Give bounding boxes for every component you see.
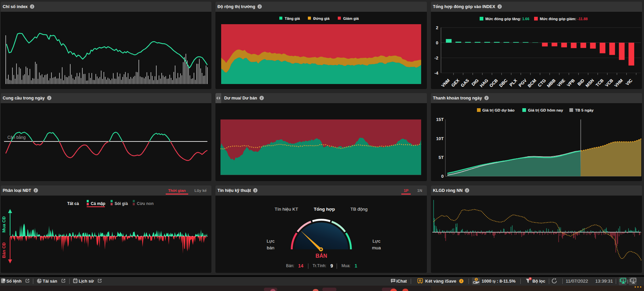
svg-text:VHM: VHM	[613, 78, 624, 88]
svg-text:2: 2	[633, 279, 634, 282]
svg-text:BÁN: BÁN	[316, 253, 327, 259]
svg-text:VIC: VIC	[625, 78, 634, 86]
svg-text:Cá mập: Cá mập	[91, 201, 105, 206]
svg-text:$: $	[476, 278, 477, 281]
svg-text:MBB: MBB	[546, 78, 557, 89]
svg-text:PLX: PLX	[509, 78, 518, 87]
svg-text:Mua CĐ: Mua CĐ	[1, 216, 6, 233]
svg-text:0: 0	[436, 40, 438, 45]
svg-text:GEX: GEX	[450, 78, 460, 88]
svg-text:BCM: BCM	[527, 78, 537, 89]
svg-text:Tín hiệu KT: Tín hiệu KT	[275, 207, 298, 212]
svg-text:VCB: VCB	[604, 78, 614, 88]
svg-text:Lực: Lực	[372, 239, 380, 244]
svg-text:VRE: VRE	[556, 78, 566, 88]
svg-text:DBC: DBC	[498, 78, 509, 88]
svg-text:VPB: VPB	[566, 78, 576, 88]
svg-text:Tất cả: Tất cả	[67, 201, 79, 206]
svg-text:TCB: TCB	[595, 78, 604, 88]
svg-text:OCB: OCB	[488, 78, 499, 88]
svg-text:BID: BID	[576, 78, 585, 87]
svg-text:15T: 15T	[436, 117, 444, 122]
svg-text:Cân bằng: Cân bằng	[7, 135, 26, 140]
svg-text:CTG: CTG	[537, 78, 547, 88]
svg-text:TB 5 ngày: TB 5 ngày	[575, 108, 594, 112]
svg-text:MSN: MSN	[585, 78, 595, 88]
svg-text:0: 0	[441, 174, 444, 179]
svg-text:Bán:: Bán:	[286, 263, 294, 268]
svg-text:Giá trị GD dự báo: Giá trị GD dự báo	[482, 108, 515, 113]
svg-text:DIG: DIG	[471, 78, 480, 87]
svg-text:Cừu non: Cừu non	[137, 201, 154, 206]
svg-text:GAS: GAS	[460, 78, 470, 88]
svg-text:S: S	[419, 280, 421, 282]
svg-text:10T: 10T	[436, 136, 444, 141]
svg-text:Tr.Tính:: Tr.Tính:	[313, 263, 326, 268]
svg-text:Tăng giá: Tăng giá	[285, 16, 300, 20]
svg-text:Giá trị GD hôm nay: Giá trị GD hôm nay	[528, 108, 563, 113]
svg-text:1: 1	[355, 263, 357, 268]
svg-text:mua: mua	[372, 245, 381, 250]
svg-text:bán: bán	[267, 245, 275, 250]
svg-text:1: 1	[622, 279, 624, 282]
svg-text:Mức đóng góp tăng: 1.66: Mức đóng góp tăng: 1.66	[485, 17, 529, 21]
svg-text:5T: 5T	[439, 155, 444, 160]
svg-text:14: 14	[298, 263, 304, 268]
svg-text:Lực: Lực	[267, 239, 275, 244]
svg-text:Đứng giá: Đứng giá	[313, 16, 330, 20]
svg-text:2: 2	[436, 25, 438, 30]
svg-text:HAG: HAG	[479, 78, 489, 88]
svg-text:Tổng hợp: Tổng hợp	[314, 207, 335, 212]
svg-text:-4: -4	[434, 71, 438, 76]
svg-text:Bán CĐ: Bán CĐ	[1, 242, 6, 258]
svg-text:Mức đóng góp giảm: -11.88: Mức đóng góp giảm: -11.88	[540, 17, 588, 21]
svg-text:PGV: PGV	[518, 78, 528, 88]
svg-text:-2: -2	[434, 55, 438, 60]
svg-text:TB động: TB động	[350, 207, 367, 212]
svg-text:VNM: VNM	[440, 78, 451, 88]
svg-text:Sói già: Sói già	[115, 201, 128, 206]
svg-text:Giảm giá: Giảm giá	[343, 16, 359, 20]
svg-text:9: 9	[330, 263, 333, 268]
svg-text:Mua:: Mua:	[341, 263, 351, 268]
